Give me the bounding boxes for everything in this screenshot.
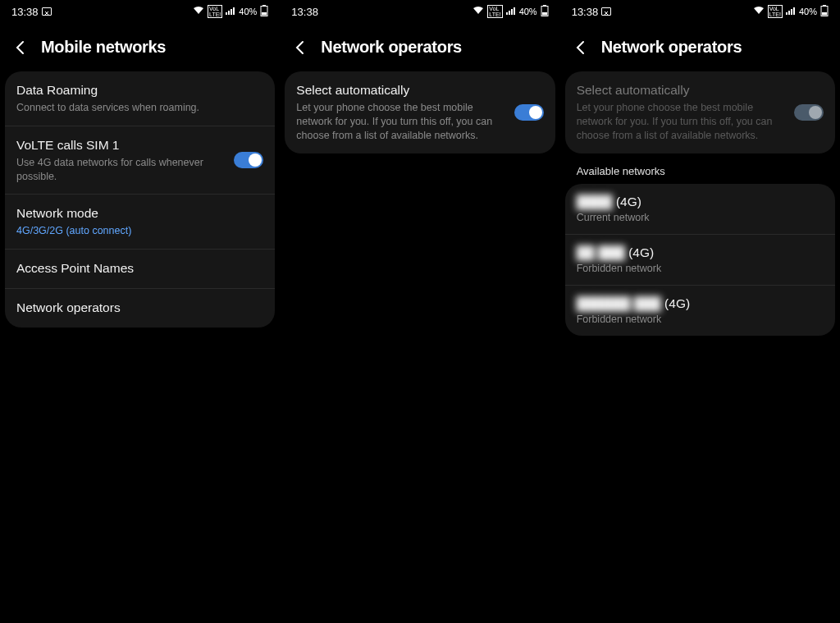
apn-row[interactable]: Access Point Names [5, 249, 275, 288]
wifi-icon [753, 7, 765, 16]
network-status: Current network [577, 212, 824, 223]
volte-calls-row[interactable]: VoLTE calls SIM 1 Use 4G data networks f… [5, 126, 275, 195]
row-title: Data Roaming [16, 82, 263, 99]
select-auto-toggle[interactable] [514, 104, 544, 121]
operators-row[interactable]: Network operators [5, 288, 275, 328]
volte-toggle[interactable] [234, 152, 263, 168]
header: Network operators [280, 20, 559, 71]
svg-rect-5 [542, 12, 547, 16]
row-subtitle: 4G/3G/2G (auto connect) [16, 224, 263, 238]
volte-icon: VoLLTE! [768, 5, 783, 18]
signal-icon [786, 7, 796, 16]
wifi-icon [193, 7, 204, 16]
header: Network operators [560, 20, 840, 71]
back-button[interactable] [291, 39, 309, 57]
row-subtitle: Let your phone choose the best mobile ne… [296, 101, 543, 143]
row-title: Select automatically [296, 82, 543, 99]
battery-pct: 40% [519, 7, 537, 16]
battery-icon [541, 5, 549, 18]
back-button[interactable] [11, 39, 30, 57]
status-time: 13:38 [11, 6, 39, 18]
volte-icon: VoLLTE! [487, 5, 502, 18]
gallery-icon [601, 7, 611, 16]
wifi-icon [472, 7, 484, 16]
back-button[interactable] [572, 39, 590, 57]
network-status: Forbidden network [577, 314, 824, 325]
screen-operators-auto-on: 13:38 VoLLTE! 40% Network operators Sele… [280, 0, 559, 623]
network-row[interactable]: ████ (4G) Current network [565, 184, 835, 234]
volte-icon: VoLLTE! [208, 5, 222, 18]
settings-card: Select automatically Let your phone choo… [285, 71, 555, 153]
row-title: Access Point Names [16, 260, 263, 277]
battery-pct: 40% [799, 7, 817, 16]
status-time: 13:38 [572, 6, 599, 18]
signal-icon [506, 7, 516, 16]
status-time: 13:38 [291, 6, 318, 18]
battery-icon [820, 5, 829, 18]
page-title: Mobile networks [41, 38, 166, 57]
row-title: VoLTE calls SIM 1 [16, 137, 263, 154]
svg-rect-2 [262, 12, 267, 16]
network-mode-row[interactable]: Network mode 4G/3G/2G (auto connect) [5, 194, 275, 249]
select-auto-toggle[interactable] [794, 104, 824, 121]
settings-card: Data Roaming Connect to data services wh… [5, 71, 275, 328]
network-name: ██████ ███ (4G) [577, 296, 824, 311]
available-networks-label: Available networks [560, 153, 840, 184]
row-subtitle: Use 4G data networks for calls whenever … [16, 156, 263, 184]
row-title: Network mode [16, 205, 263, 222]
status-bar: 13:38 VoLLTE! 40% [0, 0, 280, 20]
row-subtitle: Connect to data services when roaming. [16, 101, 263, 115]
row-title: Select automatically [577, 82, 824, 99]
header: Mobile networks [0, 20, 280, 71]
status-bar: 13:38 VoLLTE! 40% [560, 0, 840, 20]
row-title: Network operators [16, 300, 263, 317]
select-auto-row[interactable]: Select automatically Let your phone choo… [285, 71, 555, 153]
page-title: Network operators [321, 38, 462, 57]
network-row[interactable]: ██ ███ (4G) Forbidden network [565, 234, 835, 285]
select-auto-card: Select automatically Let your phone choo… [565, 71, 835, 153]
network-name: ████ (4G) [577, 195, 824, 209]
gallery-icon [42, 7, 52, 16]
screen-operators-list: 13:38 VoLLTE! 40% Network operators Sele… [560, 0, 840, 623]
page-title: Network operators [601, 38, 742, 57]
svg-rect-8 [822, 12, 827, 16]
row-subtitle: Let your phone choose the best mobile ne… [577, 101, 824, 143]
signal-icon [226, 7, 235, 16]
battery-icon [260, 5, 268, 18]
network-row[interactable]: ██████ ███ (4G) Forbidden network [565, 285, 835, 336]
network-status: Forbidden network [577, 263, 824, 274]
battery-pct: 40% [239, 7, 257, 16]
networks-card: ████ (4G) Current network ██ ███ (4G) Fo… [565, 184, 835, 336]
status-bar: 13:38 VoLLTE! 40% [280, 0, 559, 20]
data-roaming-row[interactable]: Data Roaming Connect to data services wh… [5, 71, 275, 126]
select-auto-row[interactable]: Select automatically Let your phone choo… [565, 71, 835, 153]
screen-mobile-networks: 13:38 VoLLTE! 40% Mobile networks Data R… [0, 0, 280, 623]
network-name: ██ ███ (4G) [577, 245, 824, 260]
